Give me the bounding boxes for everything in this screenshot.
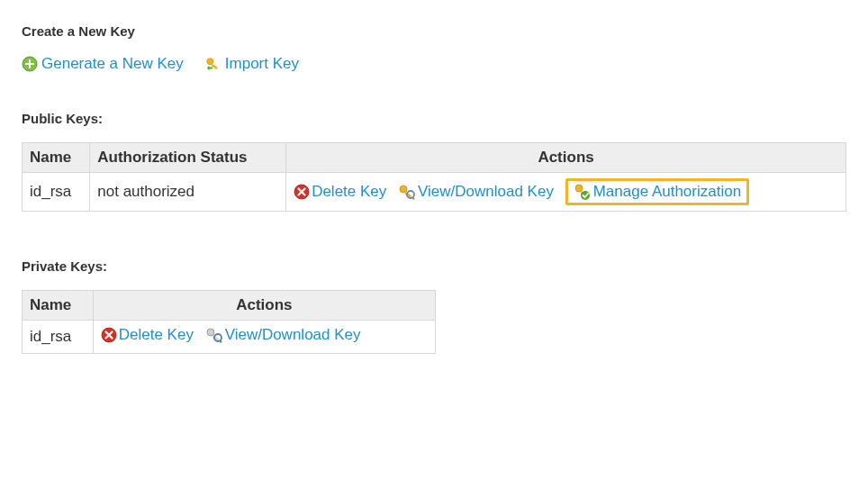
- delete-icon: [101, 327, 117, 343]
- view-download-link[interactable]: View/Download Key: [205, 326, 361, 344]
- import-key-link[interactable]: Import Key: [205, 55, 299, 73]
- add-icon: [22, 56, 38, 72]
- svg-rect-2: [25, 63, 34, 65]
- public-keys-table: Name Authorization Status Actions id_rsa…: [22, 142, 846, 212]
- view-key-icon: [398, 184, 416, 200]
- svg-point-10: [575, 185, 583, 192]
- delete-icon: [294, 184, 310, 200]
- import-key-icon: [205, 56, 222, 72]
- view-download-label: View/Download Key: [418, 183, 554, 201]
- private-keys-table: Name Actions id_rsa Delete Key: [22, 290, 436, 354]
- generate-key-link[interactable]: Generate a New Key: [22, 55, 184, 73]
- public-keys-heading: Public Keys:: [22, 111, 846, 126]
- manage-authorization-link[interactable]: Manage Authorization: [565, 178, 749, 205]
- view-download-label: View/Download Key: [225, 326, 361, 344]
- key-name: id_rsa: [23, 173, 90, 212]
- key-name: id_rsa: [23, 321, 94, 354]
- view-key-icon: [205, 327, 223, 343]
- import-key-label: Import Key: [225, 55, 299, 73]
- manage-auth-icon: [574, 184, 592, 200]
- delete-key-link[interactable]: Delete Key: [101, 326, 194, 344]
- svg-point-12: [581, 191, 590, 200]
- col-actions: Actions: [93, 291, 435, 321]
- col-name: Name: [23, 143, 90, 173]
- create-heading: Create a New Key: [22, 23, 846, 39]
- manage-authorization-label: Manage Authorization: [593, 183, 741, 201]
- private-keys-heading: Private Keys:: [22, 258, 846, 274]
- delete-key-label: Delete Key: [312, 183, 386, 201]
- generate-key-label: Generate a New Key: [41, 55, 184, 73]
- table-row: id_rsa Delete Key: [23, 321, 436, 354]
- delete-key-link[interactable]: Delete Key: [294, 183, 386, 201]
- col-name: Name: [23, 291, 94, 321]
- svg-point-6: [400, 186, 407, 193]
- svg-point-3: [207, 59, 213, 65]
- key-status: not authorized: [90, 173, 286, 212]
- col-actions: Actions: [286, 143, 846, 173]
- table-row: id_rsa not authorized Delete Key: [23, 173, 846, 212]
- create-action-row: Generate a New Key Import Key: [22, 55, 846, 73]
- key-actions: Delete Key View/Download Key: [93, 321, 435, 354]
- col-status: Authorization Status: [90, 143, 286, 173]
- view-download-link[interactable]: View/Download Key: [398, 183, 554, 201]
- delete-key-label: Delete Key: [119, 326, 194, 344]
- key-actions: Delete Key View/Download Key: [286, 173, 846, 212]
- svg-point-14: [207, 329, 214, 336]
